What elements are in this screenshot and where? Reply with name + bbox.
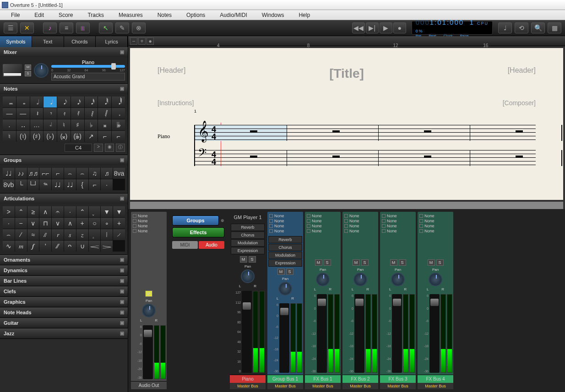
piano-pan[interactable] (241, 269, 255, 283)
palette-item[interactable]: ♫ (89, 168, 101, 179)
palette-item[interactable]: ⁄ (15, 229, 27, 240)
tab-text[interactable]: Text (32, 36, 64, 47)
piano-fader[interactable] (242, 291, 252, 373)
palette-item[interactable]: ≈ (27, 229, 39, 240)
palette-item[interactable]: 𝆂 (89, 229, 101, 240)
composer[interactable]: [Composer] (503, 99, 536, 107)
accent-btn[interactable]: > (94, 144, 103, 152)
palette-item[interactable]: ♩♩ (64, 179, 76, 190)
palette-item[interactable]: 𝄾 (43, 108, 57, 119)
solo-btn[interactable]: S (25, 71, 31, 76)
master-fader[interactable] (143, 325, 153, 380)
palette-item[interactable]: 𝅃 (112, 108, 125, 119)
transport-record[interactable]: ● (393, 22, 406, 33)
score-page[interactable]: [Header] [Title] [Header] [Instructions]… (130, 48, 563, 200)
palette-item[interactable]: 8vb (3, 179, 15, 190)
panel-groups-header[interactable]: Groups (0, 155, 128, 165)
tool-mixer[interactable]: ⫼ (76, 22, 90, 33)
palette-item[interactable]: 𝄪 (98, 119, 111, 130)
palette-item[interactable]: 𝅘𝅥𝅲 (112, 97, 125, 107)
palette-item[interactable]: 𝆑 (27, 241, 39, 252)
header-right[interactable]: [Header] (508, 66, 536, 81)
patch-name[interactable]: Acoustic Grand (51, 73, 125, 81)
mute-btn[interactable]: M (25, 64, 31, 70)
palette-item[interactable]: ⌐⌐ (39, 168, 51, 179)
palette-item[interactable]: ⌐ (98, 131, 111, 142)
piano-label[interactable]: Piano (230, 375, 266, 383)
palette-item[interactable]: ⌢ (3, 229, 15, 240)
menu-score[interactable]: Score (51, 12, 80, 18)
palette-item[interactable]: (♮) (16, 131, 30, 142)
panel-notes-header[interactable]: Notes (0, 84, 128, 94)
tool-metronome[interactable]: ♩ (498, 22, 512, 33)
palette-item[interactable]: ○ (89, 218, 101, 229)
palette-item[interactable]: 𝅀 (71, 108, 84, 119)
position-counter[interactable]: 0001:01:000 1 CPU0% Bar Beat Clock Page (412, 21, 493, 35)
ruler-marker[interactable]: ● (147, 38, 154, 45)
palette-item[interactable]: ∪ (76, 241, 88, 252)
palette-item[interactable]: ♮ (3, 131, 16, 142)
palette-item[interactable]: ⫽ (39, 229, 51, 240)
volume-slider[interactable]: Piano 0 32 64 96 127 Acoustic Grand (51, 60, 125, 81)
header-left[interactable]: [Header] (158, 66, 185, 81)
palette-item[interactable]: (𝄫) (71, 131, 84, 142)
panel-dynamics-header[interactable]: Dynamics (0, 265, 128, 275)
master-pan[interactable] (142, 304, 156, 317)
master-mute[interactable]: M (145, 290, 152, 297)
palette-item[interactable]: . (3, 119, 16, 130)
horizontal-scrollbar[interactable] (130, 202, 563, 209)
palette-item[interactable]: (♭) (43, 131, 57, 142)
instructions[interactable]: [Instructions] (158, 99, 194, 107)
palette-item[interactable]: ♩♩ (52, 179, 64, 190)
note-pitch-input[interactable] (65, 144, 92, 152)
palette-item[interactable]: ♩♩ (3, 168, 15, 179)
audio-btn[interactable]: Audio (199, 241, 224, 249)
palette-item[interactable]: ♯ (71, 119, 84, 130)
menu-windows[interactable]: Windows (255, 12, 292, 18)
palette-item[interactable]: > (3, 206, 15, 217)
palette-item[interactable]: ∧ (39, 206, 51, 217)
palette-item[interactable]: 𝅗𝅥 (30, 97, 43, 107)
panel-graphics-header[interactable]: Graphics (0, 297, 128, 307)
palette-item[interactable]: ♭ (85, 119, 98, 130)
palette-item[interactable]: · (101, 179, 113, 190)
palette-item[interactable]: ∧ (64, 218, 76, 229)
tab-lyrics[interactable]: Lyrics (96, 36, 128, 47)
palette-item[interactable]: ⌃ (15, 206, 27, 217)
menu-edit[interactable]: Edit (27, 12, 51, 18)
palette-item[interactable]: ↗ (85, 131, 98, 142)
transport-rewind[interactable]: ◀◀ (352, 22, 365, 33)
tool-zoom[interactable]: 🔍 (531, 22, 545, 33)
palette-item[interactable]: 𝅘𝅥𝅮 (57, 97, 71, 107)
menu-options[interactable]: Options (179, 12, 212, 18)
palette-item[interactable]: 𝄐 (52, 206, 64, 217)
palette-item[interactable]: 8va (113, 168, 125, 179)
palette-item[interactable]: ♬ (101, 168, 113, 179)
palette-item[interactable]: ⁄⁄ (52, 241, 64, 252)
menu-audio-midi[interactable]: Audio/MIDI (212, 12, 254, 18)
palette-item[interactable]: 𝄫 (112, 119, 125, 130)
palette-item[interactable]: 𝅘𝅥𝅯 (71, 97, 84, 107)
transport-stop[interactable]: ▶| (366, 22, 379, 33)
menu-tracks[interactable]: Tracks (80, 12, 111, 18)
panel-ornaments-header[interactable]: Ornaments (0, 255, 128, 265)
palette-item[interactable]: ⌐ (112, 131, 125, 142)
palette-item[interactable]: 𝆍 (64, 229, 76, 240)
palette-item[interactable]: 𝅝 (16, 97, 30, 107)
panel-guitar-header[interactable]: Guitar (0, 318, 128, 328)
palette-item[interactable]: 𝆮 (39, 179, 51, 190)
transport-play[interactable]: ▶ (380, 22, 392, 33)
palette-item[interactable]: ∨ (27, 218, 39, 229)
palette-item[interactable]: ♮ (57, 119, 71, 130)
menu-measures[interactable]: Measures (111, 12, 150, 18)
globe-btn[interactable]: ◉ (105, 144, 114, 152)
palette-item[interactable]: (𝄪) (57, 131, 71, 142)
palette-item[interactable]: ⌢ (76, 168, 88, 179)
palette-item[interactable]: 𝆃 (101, 229, 113, 240)
panel-bar-lines-header[interactable]: Bar Lines (0, 276, 128, 286)
palette-item[interactable]: ⌢ (64, 168, 76, 179)
palette-item[interactable]: — (16, 108, 30, 119)
tool-setup[interactable]: ✕ (20, 22, 34, 33)
palette-item[interactable]: 𝆒 (89, 241, 101, 252)
palette-item[interactable]: + (113, 218, 125, 229)
